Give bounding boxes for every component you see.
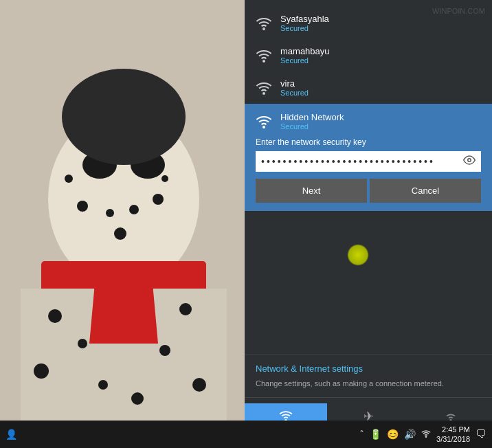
taskbar-right: ˄ 🔋 😊 🔊 2:45 PM 3/31/2018 🗨: [359, 425, 487, 445]
taskbar: 👤 ˄ 🔋 😊 🔊 2:45 PM 3/31/2018 🗨: [0, 421, 492, 448]
wifi-icon-vira: [256, 80, 272, 96]
taskbar-chevron-icon[interactable]: ˄: [359, 429, 364, 440]
network-name-hidden: Hidden Network: [280, 112, 344, 122]
svg-point-19: [192, 378, 206, 392]
network-item-mamahbayu[interactable]: mamahbayu Secured: [245, 39, 492, 71]
network-status-syafasyahla: Secured: [280, 24, 329, 32]
network-bottom: Network & Internet settings Change setti…: [245, 355, 492, 397]
taskbar-wifi-icon[interactable]: [421, 429, 431, 440]
network-info-mamahbayu: mamahbayu Secured: [280, 46, 330, 65]
security-key-input-wrapper: [256, 151, 481, 172]
network-info-syafasyahla: Syafasyahla Secured: [280, 14, 329, 32]
network-header-hidden: Hidden Network Secured: [256, 112, 481, 131]
svg-point-25: [263, 60, 265, 62]
svg-point-10: [161, 175, 168, 182]
taskbar-user-icon[interactable]: 👤: [5, 429, 17, 440]
security-key-section: Enter the network security key Next Canc…: [256, 137, 481, 203]
network-panel: Syafasyahla Secured mamahbayu Secured: [245, 0, 492, 448]
next-button[interactable]: Next: [256, 179, 367, 203]
security-key-input[interactable]: [256, 152, 458, 171]
taskbar-notification-icon[interactable]: 🗨: [476, 428, 487, 440]
svg-point-14: [48, 309, 62, 323]
svg-point-8: [153, 194, 164, 205]
svg-point-15: [179, 303, 192, 315]
svg-point-22: [62, 69, 186, 165]
wifi-icon-hidden: [256, 113, 272, 130]
security-key-label: Enter the network security key: [256, 137, 481, 147]
network-item-syafasyahla[interactable]: Syafasyahla Secured: [245, 7, 492, 39]
network-status-mamahbayu: Secured: [280, 56, 330, 65]
svg-point-21: [131, 392, 144, 405]
taskbar-clock[interactable]: 2:45 PM 3/31/2018: [436, 425, 470, 445]
network-info-hidden: Hidden Network Secured: [280, 112, 344, 131]
network-name-syafasyahla: Syafasyahla: [280, 14, 329, 24]
svg-point-9: [65, 175, 73, 183]
svg-point-6: [106, 209, 114, 217]
svg-point-7: [129, 205, 139, 214]
network-item-hidden[interactable]: Hidden Network Secured Enter the network…: [245, 104, 492, 211]
action-buttons: Next Cancel: [256, 179, 481, 203]
network-status-vira: Secured: [280, 89, 309, 97]
network-settings-desc: Change settings, such as making a connec…: [256, 379, 444, 388]
wifi-icon-syafasyahla: [256, 15, 272, 32]
svg-point-17: [159, 345, 170, 356]
taskbar-volume-icon[interactable]: 🔊: [404, 429, 416, 440]
wifi-icon-mamahbayu: [256, 47, 272, 64]
svg-point-20: [98, 380, 108, 390]
svg-point-11: [114, 227, 126, 240]
svg-point-23: [263, 28, 265, 30]
network-settings-link[interactable]: Network & Internet settings: [256, 363, 481, 374]
taskbar-time: 2:45 PM: [436, 425, 470, 434]
network-info-vira: vira Secured: [280, 78, 309, 97]
svg-point-18: [34, 363, 49, 379]
svg-point-27: [263, 126, 265, 128]
network-status-hidden: Secured: [280, 122, 344, 131]
taskbar-emoji-icon: 😊: [387, 429, 399, 440]
wallpaper: [0, 0, 247, 448]
taskbar-left: 👤: [5, 429, 17, 440]
svg-marker-13: [89, 268, 158, 344]
network-list: Syafasyahla Secured mamahbayu Secured: [245, 0, 492, 355]
cancel-button[interactable]: Cancel: [370, 179, 481, 203]
network-name-vira: vira: [280, 78, 309, 89]
svg-point-28: [468, 159, 471, 162]
svg-point-5: [77, 201, 88, 212]
svg-point-31: [425, 436, 426, 437]
show-password-button[interactable]: [458, 151, 481, 172]
taskbar-date: 3/31/2018: [436, 434, 470, 444]
network-name-mamahbayu: mamahbayu: [280, 46, 330, 56]
taskbar-battery-icon[interactable]: 🔋: [370, 429, 381, 440]
network-item-vira[interactable]: vira Secured: [245, 71, 492, 104]
svg-point-26: [263, 93, 265, 94]
svg-point-16: [78, 339, 87, 348]
